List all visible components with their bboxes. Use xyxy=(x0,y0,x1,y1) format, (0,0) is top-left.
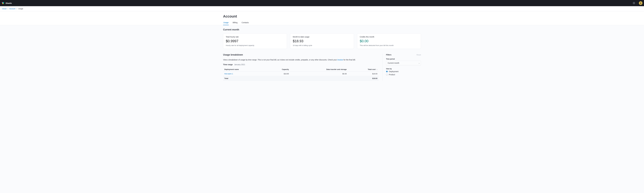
stat-card-credits: Credits this month $0.00 This will be de… xyxy=(357,33,421,49)
time-range-line: Time range January 2021 xyxy=(223,64,379,66)
filters-header: Filters Reset xyxy=(386,54,421,56)
help-icon[interactable] xyxy=(633,2,635,4)
col-total-cost[interactable]: Total cost ↓ xyxy=(348,68,379,72)
filters-title: Filters xyxy=(386,54,392,56)
radio-label: Deployment xyxy=(389,70,398,72)
breakdown-left: Usage breakdown View a breakdown of usag… xyxy=(223,54,382,81)
deployment-link[interactable]: Hot-warm 1 xyxy=(224,73,233,75)
invoice-link[interactable]: invoice xyxy=(337,59,343,61)
stat-card-mtd-usage: Month-to-date usage $18.93 16 days left … xyxy=(290,33,354,49)
stat-cards: Total hourly rate $0.9997 Hourly rate fo… xyxy=(223,33,421,49)
sort-desc-icon: ↓ xyxy=(376,68,378,70)
usage-table: Deployment name Capacity Data transfer a… xyxy=(223,68,379,81)
stat-card-hourly-rate: Total hourly rate $0.9997 Hourly rate fo… xyxy=(223,33,287,49)
breadcrumb-sep: / xyxy=(16,8,17,10)
total-label: Total xyxy=(223,76,266,81)
cell-total: $18.93 xyxy=(348,72,379,76)
page-title: Account xyxy=(223,11,421,20)
radio-icon xyxy=(386,74,388,76)
filters-reset[interactable]: Reset xyxy=(416,54,421,56)
time-range-value: January 2021 xyxy=(234,64,245,66)
stat-sub: This will be deducted from your bill thi… xyxy=(360,44,418,46)
table-total-row: Total $18.93 xyxy=(223,76,379,81)
view-by-deployment[interactable]: Deployment xyxy=(386,70,421,72)
page-title-band: Account Usage Billing Contacts xyxy=(0,11,644,25)
svg-point-2 xyxy=(2,3,3,4)
view-by-product[interactable]: Product xyxy=(386,74,421,76)
tab-usage[interactable]: Usage xyxy=(223,20,229,25)
total-value: $18.93 xyxy=(348,76,379,81)
elastic-logo-icon xyxy=(2,2,4,4)
desc-post: for the final bill. xyxy=(343,59,356,61)
brand-name: Elastic xyxy=(6,2,12,4)
svg-point-3 xyxy=(633,2,635,4)
cell-capacity: $18.85 xyxy=(266,72,290,76)
table-row: Hot-warm 1 $18.85 $0.08 $18.93 xyxy=(223,72,379,76)
breadcrumb-current: Usage xyxy=(18,8,23,10)
svg-point-4 xyxy=(634,3,634,4)
breadcrumb: Cloud / Account / Usage xyxy=(0,6,644,11)
breadcrumb-account[interactable]: Account xyxy=(9,8,15,10)
time-period-select-wrap: Current month ⌵ xyxy=(386,61,421,65)
stat-sub: Hourly rate for all deployment capacity xyxy=(226,44,284,46)
breadcrumb-sep: / xyxy=(8,8,8,10)
main-content: Current month Total hourly rate $0.9997 … xyxy=(219,25,425,87)
stat-label: Credits this month xyxy=(360,36,418,38)
stat-value: $0.00 xyxy=(360,39,418,43)
app-header: Elastic B xyxy=(0,0,644,6)
col-data-transfer[interactable]: Data transfer and storage xyxy=(290,68,348,72)
time-range-label: Time range xyxy=(223,64,232,66)
breakdown-row: Usage breakdown View a breakdown of usag… xyxy=(223,54,421,81)
tab-contacts[interactable]: Contacts xyxy=(241,20,249,25)
col-deployment-name[interactable]: Deployment name xyxy=(223,68,266,72)
user-avatar[interactable]: B xyxy=(639,1,642,5)
time-period-label: Time period xyxy=(386,58,421,60)
cell-dts: $0.08 xyxy=(290,72,348,76)
usage-breakdown-heading: Usage breakdown xyxy=(223,54,379,56)
tabs: Usage Billing Contacts xyxy=(223,20,421,25)
col-total-cost-label: Total cost xyxy=(368,68,376,70)
current-month-heading: Current month xyxy=(223,28,421,31)
filters-panel: Filters Reset Time period Current month … xyxy=(382,54,421,81)
radio-icon xyxy=(386,70,388,72)
tab-billing[interactable]: Billing xyxy=(232,20,238,25)
stat-value: $18.93 xyxy=(293,39,351,43)
view-by-label: View by xyxy=(386,68,421,70)
header-right: B xyxy=(633,1,642,5)
stat-label: Total hourly rate xyxy=(226,36,284,38)
col-capacity[interactable]: Capacity xyxy=(266,68,290,72)
desc-pre: View a breakdown of usage by time range.… xyxy=(223,59,337,61)
stat-label: Month-to-date usage xyxy=(293,36,351,38)
time-period-select[interactable]: Current month xyxy=(386,61,421,65)
stat-sub: 16 days left in billing cycle xyxy=(293,44,351,46)
stat-value: $0.9997 xyxy=(226,39,284,43)
breakdown-description: View a breakdown of usage by time range.… xyxy=(223,58,379,61)
breadcrumb-cloud[interactable]: Cloud xyxy=(2,8,6,10)
radio-label: Product xyxy=(389,74,395,76)
header-left: Elastic xyxy=(2,2,12,4)
